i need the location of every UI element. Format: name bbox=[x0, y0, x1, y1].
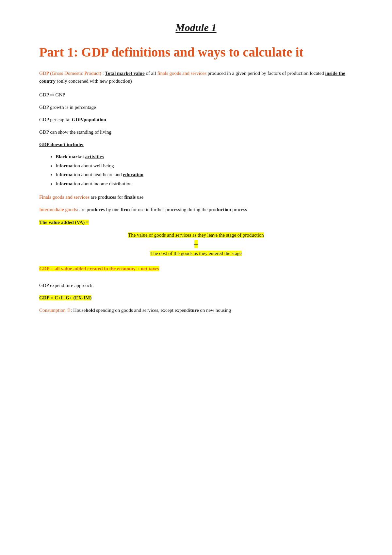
expenditure-section: GDP expenditure approach: GDP = C+I+G+ (… bbox=[39, 281, 353, 314]
value-added-section: The value added (VA) = The value of good… bbox=[39, 219, 353, 257]
gdp-formula: GDP = C+I+G+ (EX-IM) bbox=[39, 294, 353, 302]
gdp-per-capita-bold: GDP/population bbox=[72, 117, 106, 122]
gdp-va-formula-text: GDP = all value added created in the eco… bbox=[39, 266, 159, 271]
gdp-colon: : bbox=[101, 71, 105, 76]
gdp-value-added-formula: GDP = all value added created in the eco… bbox=[39, 265, 353, 273]
gdp-definition: GDP (Gross Domestic Product) : Total mar… bbox=[39, 69, 353, 85]
finals-goods-label: Finals goods and services bbox=[39, 194, 90, 200]
expenditure-label: GDP expenditure approach: bbox=[39, 281, 353, 289]
intermediate-goods-definition: Intermediate goods: are produces by one … bbox=[39, 206, 353, 213]
finals-goods-text: are produces for finals use bbox=[90, 194, 143, 200]
gdp-term: GDP (Gross Domestic Product) bbox=[39, 71, 101, 76]
va-numerator-text: The value of goods and services as they … bbox=[128, 232, 264, 238]
gdp-formula-text: GDP = C+I+G+ (EX-IM) bbox=[39, 295, 91, 300]
list-item: Information about income distribution bbox=[56, 180, 353, 188]
gdp-not-include-label: GDP doesn't include: bbox=[39, 141, 353, 148]
list-item: Information about well being bbox=[56, 162, 353, 170]
consumption-line: Consumption ©: Household spending on goo… bbox=[39, 306, 353, 314]
consumption-text: : Household spending on goods and servic… bbox=[71, 308, 231, 313]
gdp-not-gnp: GDP =/ GNP bbox=[39, 91, 353, 99]
va-numerator: The value of goods and services as they … bbox=[128, 231, 264, 239]
gdp-paren: (only concerned with new production) bbox=[56, 78, 132, 84]
va-label-highlighted: The value added (VA) = bbox=[39, 220, 89, 225]
va-denominator: The cost of the goods as they entered th… bbox=[150, 250, 242, 257]
finals-goods-services: finals goods and services bbox=[157, 71, 206, 76]
section-heading: Part 1: GDP definitions and ways to calc… bbox=[39, 44, 353, 60]
gdp-growth: GDP growth is in percentage bbox=[39, 103, 353, 111]
gdp-not-include-text: GDP doesn't include: bbox=[39, 142, 84, 147]
finals-goods-definition: Finals goods and services are produces f… bbox=[39, 193, 353, 201]
consumption-label: Consumption © bbox=[39, 308, 71, 313]
va-fraction: The value of goods and services as they … bbox=[39, 231, 353, 257]
page-title: Module 1 bbox=[39, 20, 353, 35]
total-market-value: Total market value bbox=[105, 71, 145, 76]
va-minus: – bbox=[194, 241, 198, 248]
list-item: Black market activities bbox=[56, 153, 353, 160]
gdp-living: GDP can show the standing of living bbox=[39, 128, 353, 136]
va-label: The value added (VA) = bbox=[39, 219, 353, 226]
list-item: Information about healthcare and educati… bbox=[56, 171, 353, 178]
va-denominator-text: The cost of the goods as they entered th… bbox=[150, 251, 242, 256]
gdp-exclusions-list: Black market activities Information abou… bbox=[56, 153, 353, 187]
gdp-per-capita: GDP per capita: GDP/population bbox=[39, 116, 353, 124]
intermediate-goods-text: : are produces by one firm for use in fu… bbox=[77, 207, 247, 212]
intermediate-goods-label: Intermediate goods bbox=[39, 207, 77, 212]
